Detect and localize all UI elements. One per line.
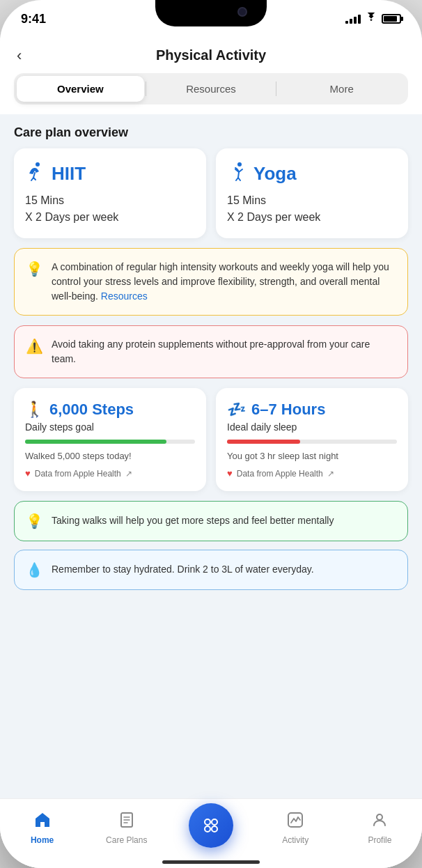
home-icon	[33, 812, 52, 832]
steps-health-source: ♥ Data from Apple Health ↗	[25, 468, 195, 479]
nav-label-profile: Profile	[368, 835, 391, 845]
sleep-desc: You got 3 hr sleep last night	[227, 451, 397, 461]
profile-icon	[371, 812, 388, 832]
warning-text: Avoid taking any protein supplements wit…	[52, 337, 396, 366]
lightbulb-icon: 💡	[26, 261, 43, 277]
steps-desc: Walked 5,000 steps today!	[25, 451, 195, 461]
sleep-icon: 💤	[227, 401, 246, 419]
nav-label-activity: Activity	[282, 835, 308, 845]
status-time: 9:41	[21, 12, 46, 26]
tab-divider-1	[146, 82, 146, 96]
svg-point-1	[237, 162, 242, 166]
status-icons	[345, 13, 401, 25]
hiit-card[interactable]: HIIT 15 Mins X 2 Days per week	[14, 148, 206, 238]
scroll-content[interactable]: Care plan overview H	[0, 114, 422, 798]
svg-point-4	[212, 819, 217, 825]
nav-item-profile[interactable]: Profile	[338, 812, 422, 845]
external-icon-steps: ↗	[125, 469, 132, 479]
careplans-icon	[118, 812, 135, 832]
metrics-cards: 🚶 6,000 Steps Daily steps goal Walked 5,…	[14, 388, 408, 491]
steps-progress-bg	[25, 440, 195, 444]
yoga-card-header: Yoga	[227, 161, 397, 187]
header: ‹ Physical Activity	[0, 38, 422, 73]
info-box-yellow: 💡 A combination of regular high intensit…	[14, 248, 408, 316]
yoga-days: X 2 Days per week	[227, 209, 397, 226]
tip-box-blue: 💧 Remember to stay hydrated. Drink 2 to …	[14, 550, 408, 590]
status-bar: 9:41	[0, 0, 422, 38]
svg-point-3	[205, 819, 210, 825]
phone-frame: 9:41 ‹	[0, 0, 422, 868]
steps-progress-fill	[25, 440, 166, 444]
section-title: Care plan overview	[14, 125, 408, 140]
tab-divider-2	[276, 82, 276, 96]
nav-label-careplans: Care Plans	[106, 835, 147, 845]
warning-box-red: ⚠️ Avoid taking any protein supplements …	[14, 325, 408, 378]
tip-text-blue: Remember to stay hydrated. Drink 2 to 3L…	[52, 563, 314, 577]
hiit-mins: 15 Mins	[25, 192, 195, 209]
tip-water-icon: 💧	[26, 561, 43, 578]
notch-camera	[237, 7, 247, 17]
svg-point-0	[36, 162, 40, 166]
tab-resources[interactable]: Resources	[148, 76, 275, 102]
nav-item-home[interactable]: Home	[0, 812, 84, 845]
steps-header: 🚶 6,000 Steps	[25, 401, 195, 419]
yoga-card[interactable]: Yoga 15 Mins X 2 Days per week	[216, 148, 408, 238]
tip-text-green: Taking walks will help you get more step…	[52, 514, 334, 528]
sleep-value: 6–7 Hours	[251, 401, 325, 419]
yoga-mins: 15 Mins	[227, 192, 397, 209]
yoga-icon	[227, 161, 248, 187]
signal-bars-icon	[345, 14, 361, 24]
sleep-health-source: ♥ Data from Apple Health ↗	[227, 468, 397, 479]
sleep-progress-bg	[227, 440, 397, 444]
nav-item-fab[interactable]	[169, 803, 253, 853]
svg-point-5	[205, 826, 210, 832]
wifi-icon	[365, 13, 377, 25]
activity-cards: HIIT 15 Mins X 2 Days per week	[14, 148, 408, 238]
tab-overview[interactable]: Overview	[17, 76, 144, 102]
nav-label-home: Home	[31, 835, 54, 845]
tip-box-green: 💡 Taking walks will help you get more st…	[14, 501, 408, 541]
svg-point-8	[377, 814, 382, 820]
steps-icon: 🚶	[25, 401, 44, 419]
alert-icon: ⚠️	[26, 338, 43, 355]
battery-icon	[382, 14, 401, 24]
heart-icon-sleep: ♥	[227, 468, 233, 479]
svg-point-6	[212, 826, 217, 832]
sleep-label: Ideal daily sleep	[227, 421, 397, 433]
bottom-nav: Home Care Plans	[0, 798, 422, 868]
nav-item-careplans[interactable]: Care Plans	[84, 812, 169, 845]
activity-icon	[287, 812, 304, 832]
tab-more[interactable]: More	[278, 76, 405, 102]
tabs: Overview Resources More	[14, 73, 408, 104]
yoga-title: Yoga	[253, 163, 297, 185]
steps-value: 6,000 Steps	[49, 401, 134, 419]
info-text-yellow: A combination of regular high intensity …	[52, 260, 396, 304]
hiit-icon	[25, 161, 46, 187]
steps-card[interactable]: 🚶 6,000 Steps Daily steps goal Walked 5,…	[14, 388, 206, 491]
notch	[155, 0, 267, 26]
tabs-container: Overview Resources More	[0, 73, 422, 114]
resources-link[interactable]: Resources	[101, 290, 148, 302]
fab-icon	[200, 814, 222, 837]
tip-bulb-green-icon: 💡	[26, 513, 43, 529]
sleep-card[interactable]: 💤 6–7 Hours Ideal daily sleep You got 3 …	[216, 388, 408, 491]
battery-fill	[384, 16, 397, 22]
steps-label: Daily steps goal	[25, 421, 195, 433]
hiit-days: X 2 Days per week	[25, 209, 195, 226]
hiit-card-header: HIIT	[25, 161, 195, 187]
back-button[interactable]: ‹	[17, 47, 22, 65]
external-icon-sleep: ↗	[327, 469, 334, 479]
sleep-progress-fill	[227, 440, 300, 444]
sleep-header: 💤 6–7 Hours	[227, 401, 397, 419]
fab-button[interactable]	[189, 803, 233, 848]
heart-icon-steps: ♥	[25, 468, 31, 479]
page-title: Physical Activity	[156, 47, 266, 63]
main-content: ‹ Physical Activity Overview Resources M…	[0, 38, 422, 868]
nav-item-activity[interactable]: Activity	[253, 812, 338, 845]
hiit-title: HIIT	[52, 163, 86, 185]
home-indicator	[162, 860, 260, 864]
